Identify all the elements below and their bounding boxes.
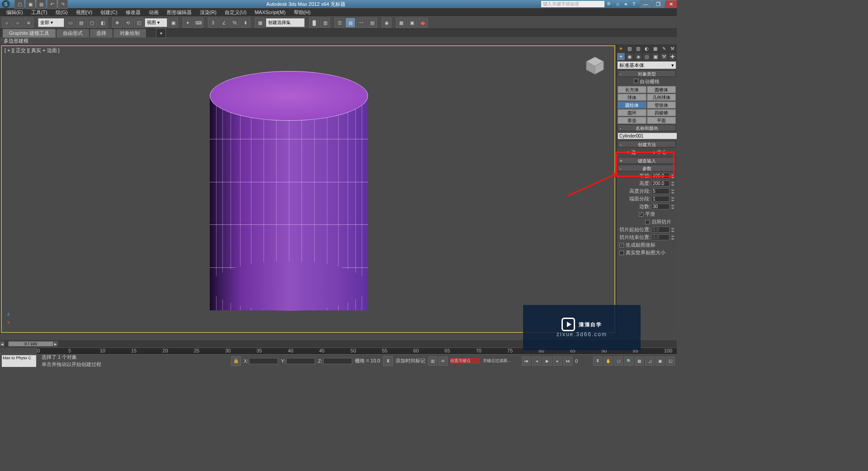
goto-end-icon[interactable]: ⏭ <box>563 357 572 366</box>
height-input[interactable]: 200.0 <box>651 181 670 186</box>
time-slider-handle[interactable]: 0 / 100 <box>8 341 53 347</box>
coord-z-input[interactable] <box>323 358 352 364</box>
hseg-input[interactable]: 5 <box>651 188 670 194</box>
primitive-category-dropdown[interactable]: 标准基本体▾ <box>618 62 676 69</box>
move-icon[interactable]: ✥ <box>112 18 122 28</box>
cylinder-object[interactable] <box>210 71 368 311</box>
qat-redo-icon[interactable]: ↷ <box>58 0 68 9</box>
mirror-icon[interactable]: ▐▌ <box>309 18 319 28</box>
manipulate-icon[interactable]: ✦ <box>183 18 193 28</box>
qat-open-icon[interactable]: ▣ <box>25 0 35 9</box>
infocenter-icon[interactable]: 🔍 <box>606 1 613 7</box>
menu-maxscript[interactable]: MAXScript(M) <box>251 10 289 15</box>
cp-icon5[interactable]: ▦ <box>652 45 659 52</box>
menu-edit[interactable]: 编辑(E) <box>3 9 27 16</box>
orbit-icon[interactable]: ⭯ <box>614 357 623 366</box>
layers-icon[interactable]: ☰ <box>335 18 344 28</box>
obj-geosphere-button[interactable]: 几何球体 <box>647 94 676 101</box>
real-uv-checkbox[interactable] <box>619 251 624 255</box>
help-search-input[interactable]: 键入关键字或短语 <box>541 1 604 7</box>
ref-coord-dropdown[interactable]: 视图 ▾ <box>145 18 167 27</box>
unlink-icon[interactable]: ⟐ <box>13 18 23 28</box>
cp-icon6[interactable]: ✎ <box>661 45 667 52</box>
add-time-tag[interactable]: 添加时间标记 <box>396 357 425 364</box>
keyboard-shortcut-icon[interactable]: ⌨ <box>193 18 203 28</box>
graphite-icon[interactable]: ▦ <box>345 18 355 28</box>
hseg-spinner[interactable]: ▴▾ <box>670 189 675 194</box>
render-frame-icon[interactable]: ▣ <box>407 18 417 28</box>
tab-objectpaint[interactable]: 对象绘制 <box>113 29 146 38</box>
obj-teapot-button[interactable]: 茶壶 <box>618 117 646 124</box>
bind-spacewarp-icon[interactable]: ≋ <box>24 18 33 28</box>
object-name-input[interactable] <box>618 133 677 139</box>
viewport-label[interactable]: [ + ][ 正交 ][ 真实 + 边面 ] <box>5 47 60 54</box>
sides-spinner[interactable]: ▴▾ <box>670 204 675 209</box>
rotate-icon[interactable]: ⟲ <box>123 18 133 28</box>
slice-on-checkbox[interactable] <box>645 220 650 224</box>
obj-cylinder-button[interactable]: 圆柱体 <box>618 101 646 109</box>
obj-pyramid-button[interactable]: 四棱锥 <box>647 109 676 116</box>
app-icon[interactable]: S <box>2 0 10 8</box>
zoom-extents-icon[interactable]: ▣ <box>656 357 665 366</box>
obj-torus-button[interactable]: 圆环 <box>618 109 646 116</box>
render-setup-icon[interactable]: ▦ <box>396 18 406 28</box>
scale-icon[interactable]: ◱ <box>134 18 144 28</box>
spinner-snap-icon[interactable]: ⬍ <box>241 18 250 28</box>
window-close-button[interactable]: ✕ <box>665 0 677 8</box>
tab-display-icon[interactable]: ▣ <box>651 52 660 61</box>
select-icon[interactable]: ▭ <box>65 18 75 28</box>
viewport[interactable]: [ + ][ 正交 ][ 真实 + 边面 ] <box>1 45 615 333</box>
time-next-button[interactable]: ▸ <box>53 341 58 347</box>
subscription-icon[interactable]: ☆ <box>614 1 621 7</box>
menu-modifiers[interactable]: 修改器 <box>122 9 144 16</box>
tab-motion-icon[interactable]: ◎ <box>642 52 651 61</box>
radius-spinner[interactable]: ▴▾ <box>670 173 675 179</box>
slice-to-input[interactable]: 0.0 <box>651 234 670 240</box>
cp-icon7[interactable]: ⚒ <box>670 45 676 52</box>
tab-selection[interactable]: 选择 <box>90 29 113 38</box>
smooth-checkbox[interactable]: ✓ <box>639 212 643 217</box>
obj-plane-button[interactable]: 平面 <box>647 117 676 124</box>
menu-views[interactable]: 视图(V) <box>72 9 96 16</box>
use-center-icon[interactable]: ▣ <box>168 18 178 28</box>
goto-start-icon[interactable]: ⏮ <box>522 357 531 366</box>
link-icon[interactable]: ⟐ <box>2 18 12 28</box>
window-maximize-button[interactable]: ❐ <box>652 0 664 8</box>
pan-icon[interactable]: ✋ <box>604 357 613 366</box>
obj-box-button[interactable]: 长方体 <box>618 86 646 93</box>
fov-icon[interactable]: ◿ <box>645 357 654 366</box>
rollout-keyboard-entry[interactable]: 键盘输入 <box>618 157 676 164</box>
cp-icon3[interactable]: ▥ <box>635 45 642 52</box>
autogrid-checkbox[interactable] <box>634 79 638 83</box>
max-viewport-icon[interactable]: ◱ <box>666 357 675 366</box>
curve-editor-icon[interactable]: 〰 <box>356 18 366 28</box>
maxscript-listener[interactable]: Max to Physx C <box>2 355 36 367</box>
current-frame-input[interactable]: 0 <box>575 358 590 364</box>
render-icon[interactable]: 🫖 <box>418 18 428 28</box>
zoom-icon[interactable]: 🔍 <box>624 357 633 366</box>
rollout-object-type[interactable]: 对象类型 <box>618 70 676 77</box>
angle-snap-icon[interactable]: ∠ <box>219 18 229 28</box>
menu-create[interactable]: 创建(C) <box>97 9 121 16</box>
key-filters-button[interactable]: 关键点过滤器... <box>483 358 519 364</box>
cseg-spinner[interactable]: ▴▾ <box>670 196 675 202</box>
window-minimize-button[interactable]: — <box>640 0 651 8</box>
menu-rendering[interactable]: 渲染(R) <box>196 9 220 16</box>
zoom-all-icon[interactable]: ▦ <box>635 357 644 366</box>
menu-help[interactable]: 帮助(H) <box>290 9 314 16</box>
menu-customize[interactable]: 自定义(U) <box>221 9 250 16</box>
menu-grapheditors[interactable]: 图形编辑器 <box>163 9 195 16</box>
coord-y-input[interactable] <box>286 358 315 364</box>
time-config-icon[interactable]: ⧗ <box>593 357 602 366</box>
qat-save-icon[interactable]: ▤ <box>36 0 46 9</box>
radius-input[interactable]: 100.0 <box>651 173 670 179</box>
tab-freeform[interactable]: 自由形式 <box>57 29 89 38</box>
menu-tools[interactable]: 工具(T) <box>28 9 51 16</box>
lock-selection-icon[interactable]: 🔒 <box>231 356 241 366</box>
snap-toggle-icon[interactable]: 3 <box>208 18 218 28</box>
tab-graphite[interactable]: Graphite 建模工具 <box>3 29 56 38</box>
rollout-parameters[interactable]: 参数 <box>618 165 676 171</box>
time-prev-button[interactable]: ◂ <box>0 341 5 347</box>
edit-named-sel-icon[interactable]: ▦ <box>255 18 265 28</box>
slice-from-spinner[interactable]: ▴▾ <box>670 227 675 233</box>
